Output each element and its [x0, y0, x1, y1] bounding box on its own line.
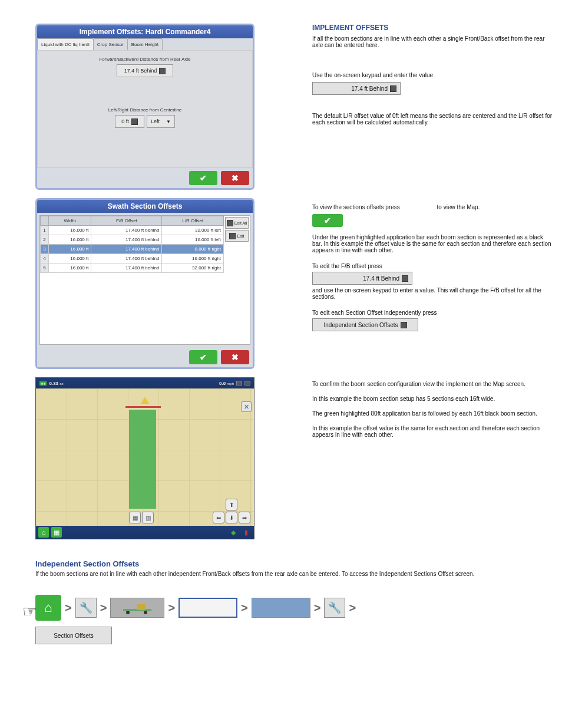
default-lr-para: The default L/R offset value of 0ft left…	[312, 113, 554, 126]
table-row[interactable]: 116.000 ft17.400 ft behind32.000 ft left	[41, 226, 224, 235]
coverage-area	[129, 410, 156, 509]
row-width: 16.000 ft	[49, 235, 91, 245]
edit-fb-prefix: To edit the F/B offset press	[312, 263, 554, 269]
edit-all-button[interactable]: Edit All	[225, 217, 249, 229]
fb-offset-value: 17.4 ft Behind	[124, 68, 157, 74]
row-width: 16.000 ft	[49, 254, 91, 263]
table-row[interactable]: 316.000 ft17.400 ft behind0.000 ft right	[41, 245, 224, 254]
navigation-breadcrumb: ⌂ > 🔧 > Configuration > > Controller > 🔧…	[35, 595, 527, 621]
controller-crumb[interactable]: Controller	[252, 598, 310, 618]
view-map-suffix: to view the Map.	[437, 204, 480, 210]
record-indicator-icon: ▮	[241, 527, 252, 538]
edit-fb-body: and use the on-screen keypad to enter a …	[312, 287, 554, 300]
chevron-down-icon: ▼	[166, 119, 171, 124]
configuration-crumb[interactable]: Configuration	[110, 598, 164, 618]
col-index	[41, 216, 49, 226]
home-button[interactable]: ⌂	[35, 595, 61, 621]
under-green-para: Under the green highlighted application …	[312, 234, 554, 253]
ok-button[interactable]: ✔	[189, 350, 217, 364]
chevron-right-icon: >	[65, 601, 72, 615]
pan-up-button[interactable]: ⬆	[226, 499, 237, 510]
section-heading: IMPLEMENT OFFSETS	[312, 24, 554, 32]
map-para-1: To confirm the boom section configuratio…	[312, 381, 554, 387]
keypad-icon	[390, 85, 396, 92]
speed-value: 0.0	[219, 381, 226, 386]
table-row[interactable]: 516.000 ft17.400 ft behind32.000 ft righ…	[41, 263, 224, 273]
view-map-prefix: To view the sections offsets press	[312, 204, 400, 210]
svg-rect-3	[137, 604, 146, 610]
window-title: Implement Offsets: Hardi Commander4	[37, 25, 253, 38]
status-icon	[244, 381, 250, 386]
lr-direction-value: Left	[151, 118, 160, 124]
status-indicator-icon: ◆	[228, 527, 239, 538]
window-title: Swath Section Offsets	[37, 200, 253, 213]
fb-offset-input[interactable]: 17.4 ft Behind	[117, 64, 173, 77]
pan-left-button[interactable]: ⬅	[213, 512, 224, 523]
home-icon[interactable]: ⌂	[38, 527, 49, 538]
lr-direction-dropdown[interactable]: Left ▼	[147, 115, 175, 128]
independent-offsets-heading: Independent Section Offsets	[35, 559, 527, 568]
row-fb-offset: 17.400 ft behind	[91, 263, 162, 273]
section-offsets-crumb[interactable]: Section Offsets	[35, 627, 112, 644]
map-status-bar: ●● 0.33 ac 0.0 mph	[36, 378, 254, 388]
map-para-2: In this example the boom section setup h…	[312, 396, 554, 402]
independent-prefix: To edit each Section Offset independentl…	[312, 309, 554, 316]
cancel-button[interactable]: ✖	[221, 350, 249, 364]
row-lr-offset: 32.000 ft right	[162, 263, 224, 273]
row-width: 16.000 ft	[49, 263, 91, 273]
close-button[interactable]: ✕	[241, 401, 252, 412]
fb-offset-label: Forward/Backward Distance from Rear Axle	[38, 57, 252, 62]
tab-crop-sensor[interactable]: Crop Sensor	[93, 38, 128, 50]
map-para-4: In this example the offset value is the …	[312, 425, 554, 438]
row-width: 16.000 ft	[49, 226, 91, 235]
map-footer: ⌂ ▦ ◆ ▮	[36, 526, 254, 539]
pan-right-button[interactable]: ➡	[239, 512, 250, 523]
svg-point-2	[144, 611, 147, 614]
keypad-icon	[402, 275, 408, 282]
map-dpad: ⬆ ⬅ ⬇ ➡	[213, 499, 250, 523]
chevron-right-icon: >	[100, 601, 107, 615]
table-row[interactable]: 216.000 ft17.400 ft behind16.000 ft left	[41, 235, 224, 245]
configuration-dropdown[interactable]	[178, 598, 237, 618]
lr-offset-value: 0 ft	[121, 118, 129, 124]
fb-offset-chip-illustration: 17.4 ft Behind	[312, 82, 401, 95]
setup-button[interactable]: 🔧	[75, 598, 97, 618]
settings-button[interactable]: 🔧	[324, 598, 345, 618]
grid-view-button[interactable]: ▦	[129, 512, 141, 523]
map-canvas[interactable]: ✕ ▦ ▥ ⬆ ⬅ ⬇ ➡	[36, 388, 254, 526]
row-lr-offset: 16.000 ft right	[162, 254, 224, 263]
keypad-icon	[131, 118, 138, 125]
offsets-panel-body: Forward/Backward Distance from Rear Axle…	[37, 50, 253, 168]
status-icon	[236, 381, 242, 386]
split-view-button[interactable]: ▥	[142, 512, 154, 523]
row-width: 16.000 ft	[49, 245, 91, 254]
lr-offset-input[interactable]: 0 ft	[115, 115, 144, 128]
independent-offsets-para: If the boom sections are not in line wit…	[35, 571, 518, 577]
pan-down-button[interactable]: ⬇	[226, 512, 237, 523]
swath-section-offsets-window: Swath Section Offsets Width F/B Offset L…	[35, 198, 254, 369]
keypad-icon	[401, 322, 407, 328]
keypad-icon	[159, 68, 166, 74]
row-lr-offset: 0.000 ft right	[162, 245, 224, 254]
boom-bar	[125, 406, 161, 408]
cancel-button[interactable]: ✖	[221, 171, 249, 185]
keypad-icon	[227, 220, 233, 226]
speed-unit: mph	[227, 382, 234, 386]
row-fb-offset: 17.400 ft behind	[91, 235, 162, 245]
tab-boom-height[interactable]: Boom Height	[127, 38, 163, 50]
section-offsets-table: Width F/B Offset L/R Offset 116.000 ft17…	[40, 216, 224, 273]
row-index: 3	[41, 245, 49, 254]
independent-offsets-button-illustration: Independent Section Offsets	[312, 318, 418, 331]
map-view-icon[interactable]: ▦	[51, 527, 62, 538]
map-screen: ●● 0.33 ac 0.0 mph ✕ ▦ ▥	[35, 377, 254, 539]
tab-liquid[interactable]: Liquid with DC liq hardi	[37, 38, 94, 50]
row-lr-offset: 16.000 ft left	[162, 235, 224, 245]
row-index: 4	[41, 254, 49, 263]
ok-button-illustration: ✔	[312, 214, 343, 227]
col-fb-offset: F/B Offset	[91, 216, 162, 226]
row-fb-offset: 17.400 ft behind	[91, 245, 162, 254]
chevron-right-icon: >	[168, 601, 175, 615]
edit-button[interactable]: Edit	[225, 230, 249, 242]
table-row[interactable]: 416.000 ft17.400 ft behind16.000 ft righ…	[41, 254, 224, 263]
ok-button[interactable]: ✔	[189, 171, 217, 185]
